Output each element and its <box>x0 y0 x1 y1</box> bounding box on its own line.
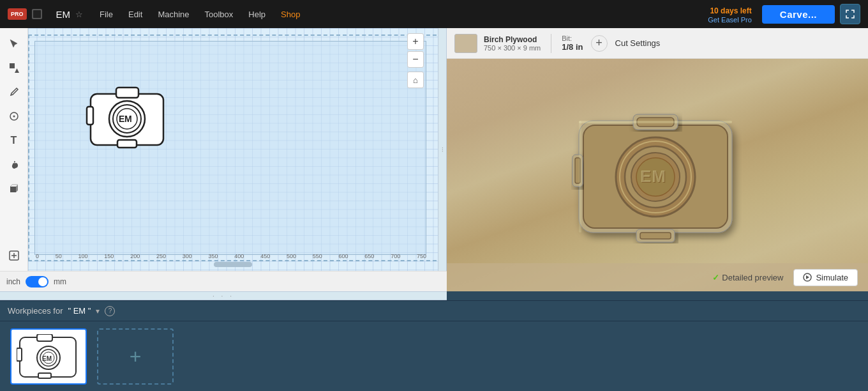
material-info: Birch Plywood 750 × 300 × 9 mm <box>484 35 541 52</box>
svg-point-5 <box>13 116 15 118</box>
tool-shapes[interactable] <box>3 56 26 79</box>
shapes-icon <box>9 63 19 73</box>
svg-text:E: E <box>119 114 124 124</box>
svg-rect-38 <box>37 334 52 341</box>
inch-label: inch <box>6 277 20 286</box>
pro-badge: PRO <box>8 8 27 20</box>
svg-rect-24 <box>640 233 671 239</box>
material-dims: 750 × 300 × 9 mm <box>484 44 541 52</box>
workpiece-thumb-1[interactable]: EM <box>10 328 87 385</box>
add-bit-button[interactable]: + <box>591 35 608 52</box>
add-icon: + <box>130 346 142 367</box>
add-workpiece-button[interactable]: + <box>97 328 174 385</box>
workpieces-project: " EM " <box>68 306 91 316</box>
unit-bar: inch mm <box>0 271 447 291</box>
tool-cube[interactable] <box>3 178 26 201</box>
apple-icon <box>9 160 19 170</box>
thumb-1-svg: EM <box>17 334 80 379</box>
cut-settings-button[interactable]: Cut Settings <box>610 36 666 50</box>
cursor-icon <box>9 38 19 49</box>
svg-rect-12 <box>117 140 137 148</box>
nav-toolbox[interactable]: Toolbox <box>198 7 240 22</box>
svg-rect-2 <box>10 63 15 68</box>
app-logo-icon <box>31 8 43 20</box>
mm-label: mm <box>54 277 66 286</box>
canvas-area[interactable]: E M 0 50 100 150 200 250 300 <box>28 28 438 271</box>
material-name: Birch Plywood <box>484 35 541 44</box>
project-name: EM <box>56 9 71 20</box>
simulate-icon <box>803 273 812 282</box>
tool-circle[interactable] <box>3 105 26 128</box>
zoom-out-button[interactable]: − <box>407 51 424 68</box>
carve-button[interactable]: Carve... <box>762 5 835 24</box>
export-icon <box>9 250 19 261</box>
svg-text:M: M <box>124 114 132 124</box>
collapse-handle-horizontal[interactable]: · · · <box>0 291 447 300</box>
right-section: Birch Plywood 750 × 300 × 9 mm Bit: 1/8 … <box>447 28 868 291</box>
canvas-design[interactable]: E M <box>86 82 168 146</box>
nav-logo: PRO <box>8 8 43 20</box>
simulate-button[interactable]: Simulate <box>793 269 858 286</box>
ruler-x: 0 50 100 150 200 250 300 350 400 450 500… <box>36 253 426 259</box>
preview-design: EM EM <box>569 111 729 239</box>
toggle-knob <box>38 277 47 286</box>
tool-text[interactable]: T <box>3 129 26 152</box>
star-icon[interactable]: ☆ <box>75 10 83 19</box>
cube-icon <box>9 184 19 194</box>
canvas-row: T <box>0 28 447 271</box>
zoom-in-button[interactable]: + <box>407 33 424 50</box>
bit-info: Bit: 1/8 in <box>562 34 583 52</box>
expand-button[interactable] <box>840 4 860 24</box>
svg-text:EM: EM <box>42 355 52 362</box>
circle-icon <box>9 111 19 121</box>
svg-rect-39 <box>38 373 51 378</box>
home-button[interactable]: ⌂ <box>407 72 424 88</box>
nav-menu: File Edit Machine Toolbox Help Shop <box>93 7 306 22</box>
detailed-preview-label: ✓ Detailed preview <box>712 273 783 282</box>
collapse-handle-vertical[interactable]: ··· <box>438 28 447 271</box>
zoom-controls: + − ⌂ <box>407 33 424 88</box>
text-icon: T <box>11 135 17 146</box>
svg-rect-1 <box>33 10 41 18</box>
bit-label: Bit: <box>562 34 583 42</box>
nav-file[interactable]: File <box>93 7 119 22</box>
svg-rect-35 <box>579 121 581 233</box>
svg-marker-3 <box>15 68 19 73</box>
trial-days: 10 days left <box>710 6 751 15</box>
nav-shop[interactable]: Shop <box>274 7 306 22</box>
pen-icon <box>9 87 19 97</box>
bit-value: 1/8 in <box>562 42 583 52</box>
scrollbar-hint[interactable] <box>214 262 252 267</box>
material-bar: Birch Plywood 750 × 300 × 9 mm Bit: 1/8 … <box>447 28 868 59</box>
left-sidebar: T <box>0 28 28 271</box>
unit-toggle[interactable] <box>26 276 49 288</box>
svg-rect-34 <box>579 121 732 123</box>
nav-edit[interactable]: Edit <box>122 7 149 22</box>
svg-rect-13 <box>87 107 93 125</box>
material-swatch <box>454 34 477 53</box>
workpieces-dropdown[interactable]: ▾ <box>96 307 100 316</box>
upgrade-link[interactable]: Get Easel Pro <box>708 16 751 24</box>
nav-machine[interactable]: Machine <box>151 7 195 22</box>
trial-info: 10 days left Get Easel Pro <box>708 4 751 24</box>
tool-import[interactable] <box>3 153 26 176</box>
workpieces-help-button[interactable]: ? <box>105 306 115 316</box>
svg-rect-40 <box>17 348 22 361</box>
preview-svg: EM EM <box>569 111 742 249</box>
tool-export[interactable] <box>3 244 26 267</box>
top-nav: PRO EM ☆ File Edit Machine Toolbox Help … <box>0 0 868 28</box>
left-section: T <box>0 28 447 291</box>
nav-help[interactable]: Help <box>242 7 272 22</box>
checkmark-icon: ✓ <box>712 273 719 282</box>
tool-cursor[interactable] <box>3 32 26 55</box>
tool-pen[interactable] <box>3 80 26 103</box>
workpieces-thumbs: EM + <box>0 321 868 391</box>
preview-bottom: ✓ Detailed preview Simulate <box>447 263 868 291</box>
preview-panel: EM EM ✓ Detailed preview <box>447 59 868 291</box>
canvas-design-svg: E M <box>86 82 168 150</box>
workpieces-label: Workpieces for <box>8 306 63 316</box>
expand-icon <box>846 10 855 19</box>
svg-rect-11 <box>116 88 138 98</box>
content-area: T <box>0 28 868 291</box>
simulate-label: Simulate <box>816 273 848 282</box>
